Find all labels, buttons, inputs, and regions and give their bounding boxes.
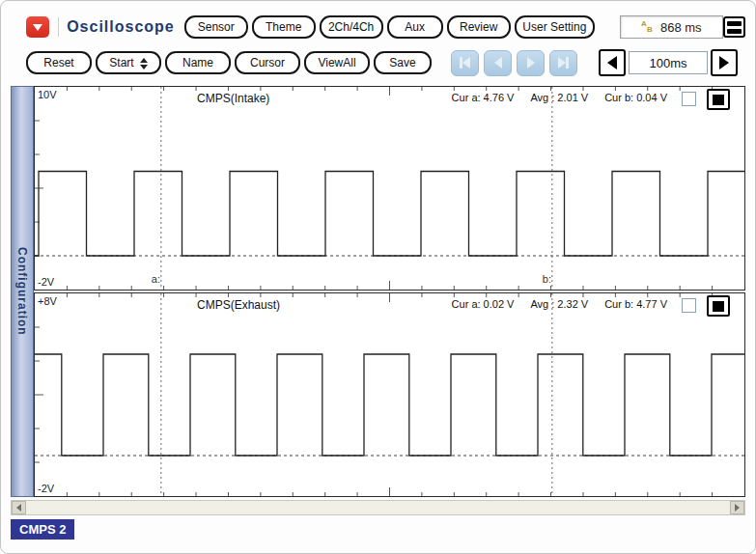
cursor-button[interactable]: Cursor xyxy=(235,51,300,74)
avg-value: Avg : 2.01 V xyxy=(530,92,588,103)
chart-region: Configuration a:b: 10V -2V CMPS(Intake) … xyxy=(11,86,745,497)
svg-text:b:: b: xyxy=(543,273,551,285)
filled-square-icon xyxy=(713,301,724,312)
avg-value: Avg : 2.32 V xyxy=(530,298,588,310)
right-triangle-icon xyxy=(719,56,729,69)
page-title: Oscilloscope xyxy=(67,18,175,36)
spinner-icon xyxy=(140,58,148,69)
intake-select-checkbox[interactable] xyxy=(682,92,696,106)
intake-range-bottom-label: -2V xyxy=(38,276,54,288)
filled-square-icon xyxy=(713,95,724,105)
svg-text:a:: a: xyxy=(152,273,160,285)
theme-button[interactable]: Theme xyxy=(252,15,316,39)
save-button[interactable]: Save xyxy=(374,51,432,74)
scroll-left-button[interactable] xyxy=(12,501,26,514)
toolbar-top: Oscilloscope Sensor Theme 2Ch/4Ch Aux Re… xyxy=(26,14,745,41)
menu-lines-icon[interactable] xyxy=(723,16,745,38)
cursor-time-display: AB 868 ms xyxy=(620,15,723,39)
intake-waveform: a:b: xyxy=(35,87,744,290)
aux-button[interactable]: Aux xyxy=(387,15,443,39)
divider xyxy=(58,17,59,37)
exhaust-range-bottom-label: -2V xyxy=(38,483,54,494)
user-setting-button[interactable]: User Setting xyxy=(515,15,595,39)
name-button[interactable]: Name xyxy=(165,51,231,74)
cursor-a-value: Cur a: 4.76 V xyxy=(452,92,515,103)
next-icon xyxy=(527,57,535,69)
intake-range-top-label: 10V xyxy=(38,89,57,100)
left-arrow-icon xyxy=(16,504,21,512)
exhaust-waveform xyxy=(35,293,744,496)
intake-maximize-button[interactable] xyxy=(707,89,730,110)
first-icon xyxy=(462,57,470,69)
intake-measurements: Cur a: 4.76 V Avg : 2.01 V Cur b: 0.04 V xyxy=(452,92,667,103)
last-page-button[interactable] xyxy=(549,50,577,76)
channel-mode-button[interactable]: 2Ch/4Ch xyxy=(320,15,383,39)
exhaust-maximize-button[interactable] xyxy=(707,295,730,317)
reset-button[interactable]: Reset xyxy=(26,51,92,74)
first-page-button[interactable] xyxy=(451,50,479,76)
down-triangle-icon xyxy=(33,24,42,31)
cursor-b-value: Cur b: 0.04 V xyxy=(604,92,667,103)
channel-tab[interactable]: CMPS 2 xyxy=(11,519,74,540)
panel-cmps-intake: a:b: 10V -2V CMPS(Intake) Cur a: 4.76 V … xyxy=(34,86,745,291)
record-dropdown-button[interactable] xyxy=(26,16,49,38)
intake-channel-title: CMPS(Intake) xyxy=(197,92,269,105)
waveform-panels: a:b: 10V -2V CMPS(Intake) Cur a: 4.76 V … xyxy=(34,86,745,497)
start-label: Start xyxy=(109,56,133,69)
horizontal-scrollbar[interactable] xyxy=(11,500,745,515)
exhaust-select-checkbox[interactable] xyxy=(682,298,696,313)
last-icon xyxy=(558,57,566,69)
left-triangle-icon xyxy=(607,56,617,69)
ab-cursor-icon: AB xyxy=(641,21,655,33)
timebase-control: 100ms xyxy=(599,49,738,76)
exhaust-channel-title: CMPS(Exhaust) xyxy=(197,298,280,312)
timebase-decrease-button[interactable] xyxy=(599,49,626,76)
page-nav-group xyxy=(451,50,577,76)
oscilloscope-window: Oscilloscope Sensor Theme 2Ch/4Ch Aux Re… xyxy=(0,0,756,554)
exhaust-range-top-label: +8V xyxy=(38,295,57,307)
toolbar-second: Reset Start Name Cursor ViewAll Save 100… xyxy=(26,49,745,76)
review-button[interactable]: Review xyxy=(447,15,511,39)
prev-icon xyxy=(494,57,502,69)
cursor-a-value: Cur a: 0.02 V xyxy=(452,298,515,310)
timebase-value: 100ms xyxy=(629,51,708,74)
right-arrow-icon xyxy=(735,504,740,512)
scroll-right-button[interactable] xyxy=(730,501,744,514)
viewall-button[interactable]: ViewAll xyxy=(304,51,370,74)
time-value: 868 ms xyxy=(660,20,702,35)
configuration-label: Configuration xyxy=(15,247,29,336)
panel-cmps-exhaust: +8V -2V CMPS(Exhaust) Cur a: 0.02 V Avg … xyxy=(34,292,745,497)
timebase-increase-button[interactable] xyxy=(711,49,738,76)
sensor-button[interactable]: Sensor xyxy=(184,15,248,39)
exhaust-measurements: Cur a: 0.02 V Avg : 2.32 V Cur b: 4.77 V xyxy=(452,298,667,310)
prev-page-button[interactable] xyxy=(484,50,512,76)
next-page-button[interactable] xyxy=(517,50,545,76)
start-button[interactable]: Start xyxy=(96,51,161,74)
configuration-panel-handle[interactable]: Configuration xyxy=(11,86,34,497)
cursor-b-value: Cur b: 4.77 V xyxy=(604,298,667,310)
